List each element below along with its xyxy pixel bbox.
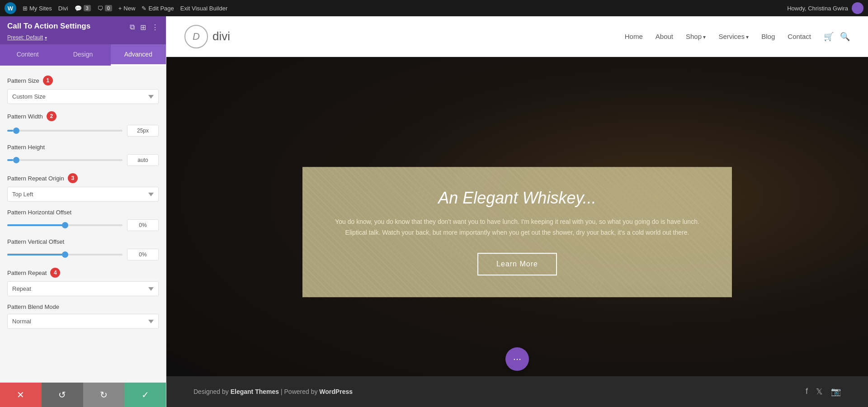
twitter-icon[interactable]: 𝕏: [816, 387, 823, 397]
pattern-size-group: Pattern Size 1 Custom Size Small Medium …: [7, 76, 159, 104]
cta-box: An Elegant Whiskey... You do know, you d…: [302, 167, 732, 297]
undo-button[interactable]: ↺: [42, 383, 83, 407]
pattern-horizontal-offset-label: Pattern Horizontal Offset: [7, 209, 159, 216]
pattern-blend-mode-label: Pattern Blend Mode: [7, 303, 159, 310]
pattern-horizontal-offset-input[interactable]: [127, 219, 159, 231]
menu-item-services[interactable]: Services: [718, 33, 749, 40]
sidebar-tabs: Content Design Advanced: [0, 44, 166, 66]
pattern-repeat-label: Pattern Repeat 4: [7, 268, 159, 278]
wordpress-icon[interactable]: W: [5, 2, 16, 14]
settings-panel: Call To Action Settings ⧉ ⊞ ⋮ Preset: De…: [0, 16, 166, 407]
pattern-height-track: [7, 159, 123, 161]
avatar[interactable]: [852, 2, 863, 14]
badge-4: 4: [50, 268, 60, 278]
hero-section: An Elegant Whiskey... You do know, you d…: [166, 57, 868, 407]
tab-design[interactable]: Design: [55, 44, 110, 66]
pattern-size-label: Pattern Size 1: [7, 76, 159, 85]
cta-button[interactable]: Learn More: [477, 253, 557, 275]
pattern-height-slider-row: [7, 154, 159, 166]
divi-label: Divi: [58, 5, 68, 12]
menu-item-blog[interactable]: Blog: [761, 33, 775, 40]
menu-icons: 🛒 🔍: [824, 32, 850, 42]
tab-content[interactable]: Content: [0, 44, 55, 66]
preset-label[interactable]: Preset: Default ▾: [7, 34, 159, 41]
pattern-vertical-offset-label: Pattern Vertical Offset: [7, 238, 159, 245]
admin-bar-right: Howdy, Christina Gwira: [787, 2, 863, 14]
my-sites-menu[interactable]: ⊞ My Sites: [23, 5, 52, 12]
layout-icon[interactable]: ⊞: [140, 23, 146, 32]
pattern-repeat-origin-label: Pattern Repeat Origin 3: [7, 173, 159, 183]
pattern-horizontal-offset-thumb[interactable]: [62, 222, 68, 228]
sidebar-actions: ✕ ↺ ↻ ✓: [0, 383, 166, 407]
pattern-width-input[interactable]: [127, 125, 159, 137]
menu-item-about[interactable]: About: [656, 33, 673, 40]
pattern-width-fill: [7, 130, 13, 132]
pattern-vertical-offset-fill: [7, 254, 65, 256]
new-button[interactable]: + New: [118, 5, 136, 12]
site-preview: D divi Home About Shop Services Blog Con…: [166, 16, 868, 407]
site-nav: D divi Home About Shop Services Blog Con…: [166, 16, 868, 57]
site-logo: D divi: [184, 25, 230, 48]
search-icon[interactable]: 🔍: [840, 32, 850, 42]
save-button[interactable]: ✓: [124, 383, 166, 407]
site-footer: Designed by Elegant Themes | Powered by …: [166, 376, 868, 407]
pattern-horizontal-offset-slider-row: [7, 219, 159, 231]
redo-button[interactable]: ↻: [83, 383, 125, 407]
header-icons: ⧉ ⊞ ⋮: [130, 23, 159, 32]
pattern-vertical-offset-track: [7, 254, 123, 256]
pattern-blend-mode-select[interactable]: Normal Multiply Screen Overlay Darken Li…: [7, 314, 159, 329]
facebook-icon[interactable]: f: [806, 387, 808, 397]
howdy-text: Howdy, Christina Gwira: [787, 5, 848, 12]
edit-page-button[interactable]: ✎ Edit Page: [142, 5, 174, 12]
pattern-repeat-group: Pattern Repeat 4 Repeat Repeat X Repeat …: [7, 268, 159, 296]
sidebar-scroll-content[interactable]: Pattern Size 1 Custom Size Small Medium …: [0, 66, 166, 383]
copy-icon[interactable]: ⧉: [130, 23, 135, 32]
menu-item-shop[interactable]: Shop: [686, 33, 706, 40]
cta-title: An Elegant Whiskey...: [330, 189, 705, 208]
pattern-width-label: Pattern Width 2: [7, 111, 159, 121]
pattern-width-track: [7, 130, 123, 132]
wordpress-link[interactable]: WordPress: [319, 388, 353, 395]
divi-menu[interactable]: Divi: [58, 5, 68, 12]
exit-builder-label: Exit Visual Builder: [180, 5, 228, 12]
admin-bar: W ⊞ My Sites Divi 💬 3 🗨 0 + New ✎ Edit P…: [0, 0, 868, 16]
cancel-button[interactable]: ✕: [0, 383, 42, 407]
pattern-repeat-origin-select[interactable]: Top Left Top Center Top Right Center Bot…: [7, 187, 159, 202]
pattern-height-input[interactable]: [127, 154, 159, 166]
more-icon[interactable]: ⋮: [151, 23, 159, 32]
instagram-icon[interactable]: 📷: [831, 387, 841, 397]
pattern-horizontal-offset-group: Pattern Horizontal Offset: [7, 209, 159, 231]
pattern-width-slider-row: [7, 125, 159, 137]
pattern-size-select[interactable]: Custom Size Small Medium Large: [7, 89, 159, 104]
pattern-height-label: Pattern Height: [7, 144, 159, 151]
pattern-vertical-offset-input[interactable]: [127, 249, 159, 260]
menu-item-home[interactable]: Home: [625, 33, 643, 40]
badge-3: 3: [68, 173, 78, 183]
pattern-height-thumb[interactable]: [13, 157, 19, 163]
floating-action-button[interactable]: ···: [505, 347, 529, 371]
pattern-horizontal-offset-track: [7, 224, 123, 226]
pattern-vertical-offset-group: Pattern Vertical Offset: [7, 238, 159, 260]
pattern-repeat-select[interactable]: Repeat Repeat X Repeat Y No Repeat: [7, 281, 159, 296]
badge-1: 1: [43, 76, 53, 85]
pattern-height-fill: [7, 159, 13, 161]
cart-icon[interactable]: 🛒: [824, 32, 834, 42]
elegant-themes-link[interactable]: Elegant Themes: [231, 388, 279, 395]
pattern-vertical-offset-thumb[interactable]: [62, 251, 68, 258]
main-layout: Call To Action Settings ⧉ ⊞ ⋮ Preset: De…: [0, 16, 868, 407]
logo-text: divi: [212, 29, 230, 43]
comments-count[interactable]: 💬 3: [75, 5, 91, 12]
tab-advanced[interactable]: Advanced: [111, 44, 166, 66]
cta-body: You do know, you do know that they don't…: [332, 217, 703, 238]
exit-builder-button[interactable]: Exit Visual Builder: [180, 5, 228, 12]
pattern-width-thumb[interactable]: [13, 128, 19, 134]
pattern-vertical-offset-slider-row: [7, 249, 159, 260]
pattern-horizontal-offset-fill: [7, 224, 65, 226]
logo-circle: D: [184, 25, 208, 48]
footer-social: f 𝕏 📷: [806, 387, 841, 397]
pattern-height-group: Pattern Height: [7, 144, 159, 166]
footer-text: Designed by Elegant Themes | Powered by …: [193, 388, 353, 395]
pattern-repeat-origin-group: Pattern Repeat Origin 3 Top Left Top Cen…: [7, 173, 159, 202]
menu-item-contact[interactable]: Contact: [788, 33, 811, 40]
chat-count[interactable]: 🗨 0: [97, 5, 112, 12]
